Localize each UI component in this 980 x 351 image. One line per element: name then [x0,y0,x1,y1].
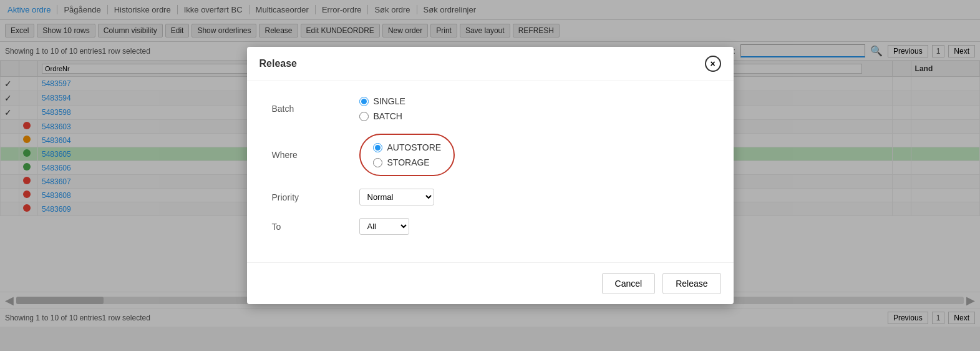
to-row: To All None [272,218,709,235]
where-row: Where AUTOSTORE STORAGE [272,134,709,176]
cancel-button[interactable]: Cancel [602,273,656,294]
modal-header: Release × [247,47,734,81]
where-storage-radio[interactable] [373,158,382,167]
batch-label: Batch [272,104,359,114]
where-label: Where [272,150,359,160]
priority-select[interactable]: Normal High Low [359,189,434,205]
where-storage-row: STORAGE [373,157,442,167]
release-button[interactable]: Release [662,273,720,294]
priority-label: Priority [272,192,359,202]
where-autostore-row: AUTOSTORE [373,142,442,152]
priority-row: Priority Normal High Low [272,189,709,205]
to-label: To [272,222,359,232]
batch-single-row: SINGLE [359,96,405,106]
modal-overlay: Release × Batch SINGLE BATCH [0,0,980,351]
modal-footer: Cancel Release [247,262,734,304]
where-storage-label: STORAGE [387,157,430,167]
modal-body: Batch SINGLE BATCH Where [247,81,734,262]
to-select[interactable]: All None [359,218,409,235]
batch-row: Batch SINGLE BATCH [272,96,709,121]
modal-close-button[interactable]: × [705,56,721,72]
batch-controls: SINGLE BATCH [359,96,405,121]
where-controls: AUTOSTORE STORAGE [359,134,455,176]
batch-batch-radio[interactable] [359,112,369,121]
batch-batch-label: BATCH [374,111,402,121]
where-autostore-radio[interactable] [373,143,382,152]
where-autostore-label: AUTOSTORE [387,142,442,152]
modal-title: Release [260,58,298,69]
batch-single-label: SINGLE [374,96,405,106]
batch-single-radio[interactable] [359,97,369,106]
release-modal: Release × Batch SINGLE BATCH [247,47,734,304]
batch-batch-row: BATCH [359,111,405,121]
